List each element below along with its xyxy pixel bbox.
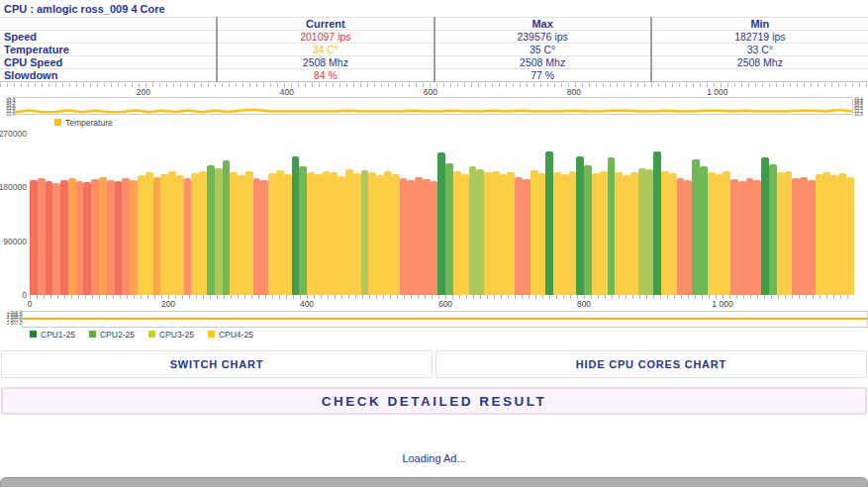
speed-bar [431,181,438,295]
col-blank [0,18,217,31]
speed-bar [253,178,261,295]
speed-bar [638,168,646,296]
row-label: CPU Speed [0,56,217,69]
speed-bar [423,179,431,295]
speed-bar [792,178,800,295]
x-tick-label: 600 [424,87,437,97]
speed-bar [338,176,345,295]
speed-bar [469,166,477,295]
speed-bar [323,171,331,296]
cpu-speed-line [23,318,867,320]
speed-bar [52,183,60,295]
speed-bar [99,177,107,295]
col-current: Current [217,18,434,31]
speed-bar [130,180,138,296]
x-tick-label: 800 [567,87,581,97]
temp-max: 35 C° [434,44,651,56]
cpuspeed-min: 2508 Mhz [651,56,868,69]
speed-bar [38,178,46,295]
speed-bar [315,174,323,295]
speed-bar [753,180,761,295]
temp-plot-area [15,97,853,115]
speed-bar [723,171,730,295]
speed-bar [769,164,777,295]
speed-bar [145,172,153,295]
speed-bar [376,175,384,295]
cpu-core-legend-swatch-icon [208,331,215,338]
y-tick-label: 90000 [3,237,27,246]
cpu-legend-item: CPU3-25 [148,330,194,340]
speed-bar [716,174,723,295]
speed-bar [669,173,677,295]
speed-bar [191,173,199,295]
x-tick-label: 1 000 [712,299,732,309]
slowdown-min [651,69,868,82]
temperature-legend-swatch-icon [54,119,61,126]
speed-bar [330,172,338,295]
speed-bar [68,178,76,295]
temp-legend-label: Temperature [65,118,113,128]
speed-bar [515,177,523,295]
speed-bar [215,168,223,295]
x-tick-label: 600 [438,299,452,309]
speed-bar [484,172,492,295]
speed-bar [230,172,238,295]
x-tick-label: 0 [28,299,33,309]
speed-bar [816,174,823,296]
speed-bar [223,160,231,295]
cpu-legend-item: CPU1-25 [30,330,75,340]
speed-bar [122,178,130,295]
speed-bar [361,170,369,295]
cpu-legend-label: CPU4-25 [219,330,253,340]
speed-bar [746,178,754,295]
cpu-core-legend-swatch-icon [30,331,37,338]
speed-bar [238,175,245,295]
ad-banner-top-edge [0,477,868,487]
cpu-cores-legend: CPU1-25CPU2-25CPU3-25CPU4-25 [0,328,868,341]
cpu-stats-table: Current Max Min Speed 201097 ips 239576 … [0,17,868,82]
speed-bar [176,175,184,295]
y-tick-label: 0 [22,290,27,300]
temp-chart-x-labels: 2004006008001 000 [0,87,868,97]
row-label: Temperature [0,44,217,56]
table-row-slowdown: Slowdown 84 % 77 % [0,69,868,82]
speed-bar [623,175,630,295]
speed-chart-x-labels: 02004006008001 000 [30,299,854,309]
speed-bar [91,179,99,295]
speed-max: 239576 ips [434,31,651,44]
x-tick-label: 400 [300,299,314,309]
speed-bar [492,171,500,296]
switch-chart-button[interactable]: SWITCH CHART [1,350,433,378]
x-tick-label: 800 [577,299,591,309]
speed-bar [592,173,600,295]
cpu-legend-item: CPU2-25 [89,330,135,340]
speed-bar [785,171,793,296]
cpuspeed-current: 2508 Mhz [217,56,434,69]
cpu-y-axis-left: 2 508.82 508.42 508.02 507.62 507.2 [0,311,22,328]
cpu-legend-label: CPU2-25 [100,330,135,340]
speed-bar [700,166,708,295]
speed-bar [584,165,592,296]
speed-bar [184,178,192,295]
speed-bar [677,178,685,295]
row-label: Slowdown [0,69,217,82]
speed-bar [445,163,453,295]
speed-bar [268,173,276,295]
hide-cpu-cores-chart-button[interactable]: HIDE CPU CORES CHART [435,350,867,378]
temp-y-axis-left: 34.634.434.234.033.833.633.4 [0,97,15,116]
cpu-cores-chart: 2 508.82 508.42 508.02 507.62 507.2 [0,311,868,328]
check-detailed-result-button[interactable]: CHECK DETAILED RESULT [1,387,867,415]
table-row-speed: Speed 201097 ips 239576 ips 182719 ips [0,31,868,44]
speed-bar [60,180,68,296]
speed-bar [307,172,315,295]
speed-bar [46,181,53,295]
temp-y-axis-right: 35.234.834.434.033.633.232.8 [853,97,868,116]
speed-bar [538,173,546,295]
table-row-temperature: Temperature 34 C° 35 C° 33 C° [0,44,868,56]
temp-min: 33 C° [651,44,868,56]
speed-bar [808,180,816,296]
speed-bar [730,179,738,295]
col-max: Max [434,18,651,31]
temperature-line [16,98,852,114]
slowdown-current: 84 % [217,69,434,82]
